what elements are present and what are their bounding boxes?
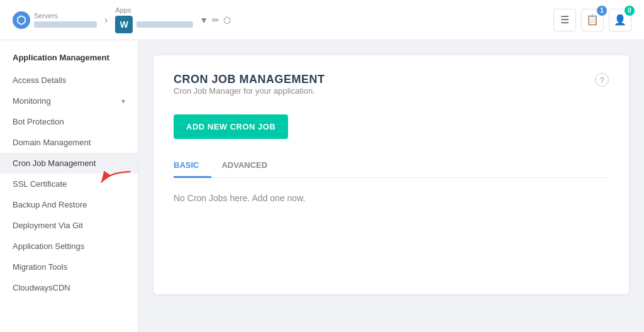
sidebar-item-domain-management[interactable]: Domain Management — [0, 132, 138, 153]
sidebar-item-label: Deployment Via Git — [13, 221, 83, 230]
sidebar-item-monitoring[interactable]: Monitoring ▾ — [0, 91, 138, 111]
sidebar-item-backup-restore[interactable]: Backup And Restore — [0, 194, 138, 215]
sidebar-item-access-details[interactable]: Access Details — [0, 70, 138, 91]
tasks-icon: ☰ — [560, 14, 569, 26]
content-area: CRON JOB MANAGEMENT Cron Job Manager for… — [138, 40, 644, 332]
servers-link[interactable]: Servers — [13, 11, 97, 29]
sidebar-item-label: Migration Tools — [13, 262, 67, 272]
empty-message: No Cron Jobs here. Add one now. — [174, 193, 609, 203]
files-button[interactable]: 📋 1 — [581, 9, 604, 31]
add-cron-job-button[interactable]: ADD NEW CRON JOB — [174, 114, 288, 139]
content-header: CRON JOB MANAGEMENT Cron Job Manager for… — [174, 73, 609, 111]
apps-label: Apps — [115, 6, 193, 14]
app-name-blurred — [136, 21, 193, 28]
edit-icon[interactable]: ✏ — [212, 15, 219, 25]
wordpress-icon: W — [115, 16, 133, 33]
servers-icon — [13, 11, 30, 29]
page-subtitle: Cron Job Manager for your application. — [174, 86, 325, 96]
sidebar-item-label: Bot Protection — [13, 117, 64, 126]
help-icon[interactable]: ? — [595, 73, 609, 87]
chevron-down-icon: ▾ — [121, 97, 125, 106]
sidebar-item-label: Domain Management — [13, 138, 91, 147]
title-group: CRON JOB MANAGEMENT Cron Job Manager for… — [174, 73, 325, 111]
top-navigation: Servers › Apps W ▼ ✏ ⬡ ☰ 📋 — [0, 0, 644, 40]
server-name-blurred — [34, 21, 97, 28]
sidebar-item-label: Backup And Restore — [13, 200, 87, 209]
files-icon: 📋 — [586, 14, 599, 26]
sidebar-item-migration-tools[interactable]: Migration Tools — [0, 257, 138, 277]
sidebar-item-cron-job-management[interactable]: Cron Job Management — [0, 153, 138, 174]
sidebar-item-ssl-certificate[interactable]: SSL Certificate — [0, 174, 138, 194]
top-nav-right: ☰ 📋 1 👤 0 — [553, 9, 631, 31]
dropdown-arrow-icon[interactable]: ▼ — [199, 15, 208, 25]
sidebar-item-application-settings[interactable]: Application Settings — [0, 236, 138, 257]
sidebar: Application Management Access Details Mo… — [0, 40, 138, 332]
sidebar-item-label: CloudwaysCDN — [13, 283, 70, 292]
sidebar-item-cloudwayscdn[interactable]: CloudwaysCDN — [0, 277, 138, 298]
users-button[interactable]: 👤 0 — [609, 9, 631, 31]
files-badge: 1 — [597, 6, 607, 16]
external-link-icon[interactable]: ⬡ — [223, 15, 231, 25]
sidebar-item-label: Access Details — [13, 75, 66, 85]
breadcrumb-separator: › — [104, 14, 108, 26]
tasks-button[interactable]: ☰ — [553, 9, 576, 31]
users-icon: 👤 — [614, 14, 626, 26]
main-layout: Application Management Access Details Mo… — [0, 40, 644, 332]
tabs: BASIC ADVANCED — [174, 154, 609, 178]
apps-section: Apps W ▼ ✏ ⬡ — [115, 6, 231, 33]
sidebar-item-deployment-via-git[interactable]: Deployment Via Git — [0, 215, 138, 236]
breadcrumb: Servers › Apps W ▼ ✏ ⬡ — [13, 6, 231, 33]
app-actions: ▼ ✏ ⬡ — [199, 15, 231, 25]
page-title: CRON JOB MANAGEMENT — [174, 73, 325, 86]
sidebar-item-label: Monitoring — [13, 96, 51, 106]
servers-label: Servers — [34, 12, 97, 19]
tab-basic[interactable]: BASIC — [174, 154, 211, 178]
sidebar-item-label: SSL Certificate — [13, 179, 67, 189]
sidebar-item-label: Application Settings — [13, 241, 84, 251]
tab-advanced[interactable]: ADVANCED — [221, 154, 280, 178]
sidebar-item-bot-protection[interactable]: Bot Protection — [0, 111, 138, 132]
content-card: CRON JOB MANAGEMENT Cron Job Manager for… — [153, 55, 629, 294]
sidebar-item-label: Cron Job Management — [13, 158, 96, 168]
users-badge: 0 — [625, 6, 635, 16]
sidebar-title: Application Management — [0, 53, 138, 70]
